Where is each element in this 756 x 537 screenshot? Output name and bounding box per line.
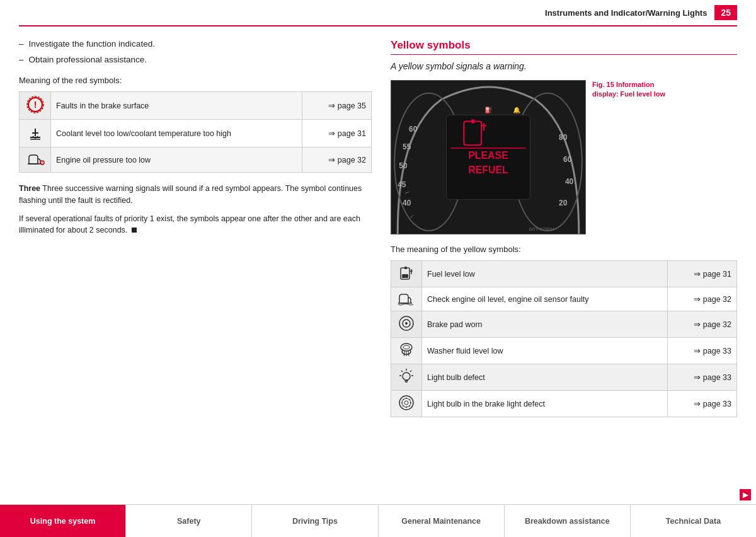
page-number: 25 <box>714 5 737 20</box>
right-arrow-icon: ▶ <box>743 490 748 499</box>
yellow-subtitle: A yellow symbol signals a warning. <box>391 61 737 71</box>
nav-breakdown-assistance[interactable]: Breakdown assistance <box>505 505 631 537</box>
icon-cell <box>391 338 422 364</box>
svg-text:🔔: 🔔 <box>513 106 521 114</box>
figure-caption: Fig. 15 Information display: Fuel level … <box>592 80 665 100</box>
svg-line-49 <box>408 351 409 356</box>
bullet-text-2: Obtain professional assistance. <box>29 55 147 64</box>
nav-safety[interactable]: Safety <box>126 505 252 537</box>
ref-cell: ⇒ page 32 <box>668 311 737 338</box>
svg-point-68 <box>404 401 408 405</box>
desc-cell: Brake pad worn <box>422 311 668 338</box>
svg-point-44 <box>405 322 408 325</box>
dashboard-image: 40 45 50 55 60 20 40 60 80 <box>391 80 586 234</box>
icon-cell: ! <box>20 147 51 173</box>
svg-point-62 <box>406 407 407 408</box>
table-row: Light bulb in the brake light defect ⇒ p… <box>391 391 737 417</box>
nav-general-maintenance[interactable]: General Maintenance <box>379 505 505 537</box>
table-row: Check engine oil level, engine oil senso… <box>391 287 737 311</box>
svg-line-51 <box>410 371 411 372</box>
table-row: ! Engine oil pressure too low ⇒ page 32 <box>20 147 372 173</box>
icon-cell: ! <box>20 92 51 120</box>
bullet-text-1: Investigate the function indicated. <box>29 39 155 49</box>
warning-text-1: Three Three successive warning signals w… <box>19 183 372 207</box>
nav-using-system[interactable]: Using the system <box>0 505 126 537</box>
oil-icon: ! <box>25 151 45 166</box>
ref-cell: ⇒ page 35 <box>302 92 372 120</box>
svg-rect-40 <box>402 274 408 278</box>
table-row: Washer fluid level low ⇒ page 33 <box>391 338 737 364</box>
chapter-title: Instruments and Indicator/Warning Lights <box>545 8 707 18</box>
icon-cell <box>391 391 422 417</box>
svg-text:⛽: ⛽ <box>484 106 493 114</box>
brake-icon: ! <box>26 96 44 113</box>
svg-point-46 <box>403 345 410 349</box>
red-symbols-table: ! Faults in the brake surface ⇒ page 35 <box>19 91 372 173</box>
fuel-icon <box>398 264 415 282</box>
svg-text:50: 50 <box>399 161 408 170</box>
brake-light-icon <box>398 394 415 412</box>
bullet-1: – Investigate the function indicated. <box>19 39 372 49</box>
ref-cell: ⇒ page 33 <box>668 338 737 364</box>
svg-point-60 <box>406 398 407 399</box>
dash-2: – <box>19 55 24 64</box>
washer-icon <box>398 341 415 359</box>
svg-point-61 <box>410 402 411 403</box>
brake-pad-icon <box>398 315 415 332</box>
dashboard-area: 40 45 50 55 60 20 40 60 80 <box>391 80 737 234</box>
desc-cell: Engine oil pressure too low <box>51 147 302 173</box>
meaning-yellow-label: The meaning of the yellow symbols: <box>391 245 737 254</box>
right-column: Yellow symbols A yellow symbol signals a… <box>391 39 737 417</box>
icon-cell <box>20 120 51 147</box>
meaning-red-label: Meaning of the red symbols: <box>19 76 372 85</box>
ref-cell: ⇒ page 33 <box>668 364 737 391</box>
svg-point-66 <box>403 399 404 400</box>
coolant-icon <box>26 124 44 141</box>
svg-point-67 <box>403 405 404 407</box>
desc-cell: Coolant level too low/coolant temperatur… <box>51 120 302 147</box>
desc-cell: Fuel level low <box>422 261 668 287</box>
svg-line-47 <box>404 351 404 356</box>
svg-rect-37 <box>404 267 407 269</box>
table-row: ! Faults in the brake surface ⇒ page 35 <box>20 92 372 120</box>
table-row: Brake pad worn ⇒ page 32 <box>391 311 737 338</box>
svg-rect-24 <box>471 119 474 123</box>
next-page-indicator[interactable]: ▶ <box>740 489 751 500</box>
icon-cell <box>391 311 422 338</box>
ref-cell: ⇒ page 32 <box>668 287 737 311</box>
icon-cell <box>391 261 422 287</box>
svg-text:55: 55 <box>403 142 411 151</box>
table-row: Fuel level low ⇒ page 31 <box>391 261 737 287</box>
svg-line-54 <box>401 371 403 372</box>
icon-cell <box>391 364 422 391</box>
table-row: Coolant level too low/coolant temperatur… <box>20 120 372 147</box>
nav-technical-data[interactable]: Technical Data <box>631 505 756 537</box>
yellow-symbols-title: Yellow symbols <box>391 39 737 55</box>
desc-cell: Light bulb in the brake light defect <box>422 391 668 417</box>
desc-cell: Check engine oil level, engine oil senso… <box>422 287 668 311</box>
svg-point-55 <box>403 372 410 380</box>
desc-cell: Washer fluid level low <box>422 338 668 364</box>
main-content: – Investigate the function indicated. – … <box>0 39 756 417</box>
ref-cell: ⇒ page 32 <box>302 147 372 173</box>
oil-check-icon <box>396 291 416 306</box>
svg-text:80: 80 <box>559 133 568 142</box>
svg-point-63 <box>401 402 403 403</box>
warning-text-2: If several operational faults of priorit… <box>19 213 372 237</box>
ref-cell: ⇒ page 31 <box>302 120 372 147</box>
svg-text:45: 45 <box>398 180 406 189</box>
svg-point-64 <box>409 399 410 400</box>
ref-cell: ⇒ page 31 <box>668 261 737 287</box>
nav-driving-tips[interactable]: Driving Tips <box>252 505 378 537</box>
svg-text:60: 60 <box>409 125 418 134</box>
page-header: Instruments and Indicator/Warning Lights… <box>19 0 737 26</box>
bullet-2: – Obtain professional assistance. <box>19 55 372 64</box>
desc-cell: Faults in the brake surface <box>51 92 302 120</box>
table-row: Light bulb defect ⇒ page 33 <box>391 364 737 391</box>
lightbulb-icon <box>398 367 415 385</box>
svg-text:!: ! <box>33 100 37 110</box>
dash-1: – <box>19 39 24 49</box>
svg-text:B6Y-0290H: B6Y-0290H <box>529 226 554 232</box>
ref-cell: ⇒ page 33 <box>668 391 737 417</box>
left-column: – Investigate the function indicated. – … <box>19 39 372 417</box>
